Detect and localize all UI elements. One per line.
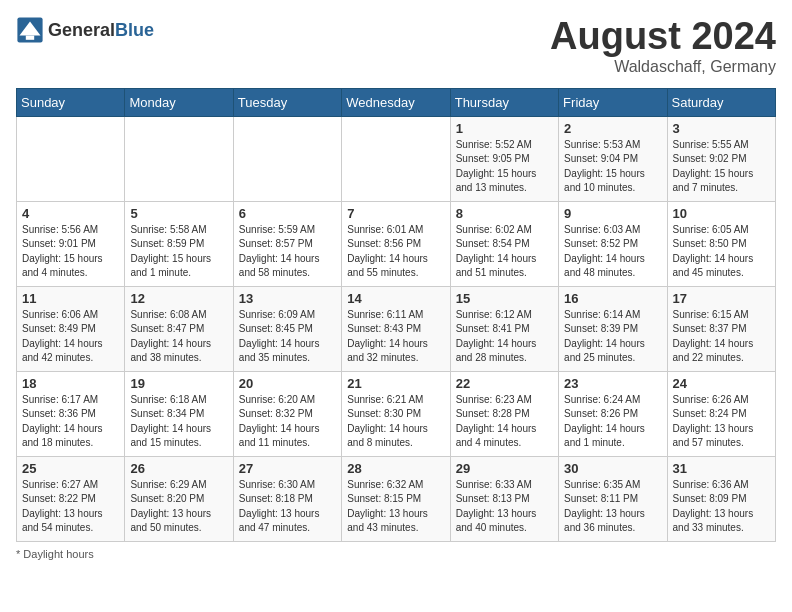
- day-number: 3: [673, 121, 770, 136]
- calendar-cell: 23Sunrise: 6:24 AM Sunset: 8:26 PM Dayli…: [559, 371, 667, 456]
- day-info: Sunrise: 5:53 AM Sunset: 9:04 PM Dayligh…: [564, 138, 661, 196]
- day-number: 9: [564, 206, 661, 221]
- day-info: Sunrise: 6:30 AM Sunset: 8:18 PM Dayligh…: [239, 478, 336, 536]
- calendar-cell: 2Sunrise: 5:53 AM Sunset: 9:04 PM Daylig…: [559, 116, 667, 201]
- day-number: 30: [564, 461, 661, 476]
- col-header-tuesday: Tuesday: [233, 88, 341, 116]
- day-info: Sunrise: 6:27 AM Sunset: 8:22 PM Dayligh…: [22, 478, 119, 536]
- day-number: 24: [673, 376, 770, 391]
- day-info: Sunrise: 6:12 AM Sunset: 8:41 PM Dayligh…: [456, 308, 553, 366]
- day-info: Sunrise: 6:08 AM Sunset: 8:47 PM Dayligh…: [130, 308, 227, 366]
- calendar-cell: 26Sunrise: 6:29 AM Sunset: 8:20 PM Dayli…: [125, 456, 233, 541]
- day-number: 25: [22, 461, 119, 476]
- month-title: August 2024: [550, 16, 776, 58]
- day-info: Sunrise: 6:35 AM Sunset: 8:11 PM Dayligh…: [564, 478, 661, 536]
- day-number: 11: [22, 291, 119, 306]
- day-number: 18: [22, 376, 119, 391]
- col-header-sunday: Sunday: [17, 88, 125, 116]
- calendar-cell: 6Sunrise: 5:59 AM Sunset: 8:57 PM Daylig…: [233, 201, 341, 286]
- day-info: Sunrise: 6:36 AM Sunset: 8:09 PM Dayligh…: [673, 478, 770, 536]
- calendar-cell: 22Sunrise: 6:23 AM Sunset: 8:28 PM Dayli…: [450, 371, 558, 456]
- calendar-cell: 30Sunrise: 6:35 AM Sunset: 8:11 PM Dayli…: [559, 456, 667, 541]
- calendar-cell: 3Sunrise: 5:55 AM Sunset: 9:02 PM Daylig…: [667, 116, 775, 201]
- calendar-cell: 29Sunrise: 6:33 AM Sunset: 8:13 PM Dayli…: [450, 456, 558, 541]
- day-info: Sunrise: 6:29 AM Sunset: 8:20 PM Dayligh…: [130, 478, 227, 536]
- day-info: Sunrise: 6:26 AM Sunset: 8:24 PM Dayligh…: [673, 393, 770, 451]
- calendar-cell: 31Sunrise: 6:36 AM Sunset: 8:09 PM Dayli…: [667, 456, 775, 541]
- location-title: Waldaschaff, Germany: [550, 58, 776, 76]
- day-number: 31: [673, 461, 770, 476]
- header: GeneralBlue August 2024 Waldaschaff, Ger…: [16, 16, 776, 76]
- day-number: 8: [456, 206, 553, 221]
- day-info: Sunrise: 6:15 AM Sunset: 8:37 PM Dayligh…: [673, 308, 770, 366]
- day-number: 10: [673, 206, 770, 221]
- day-info: Sunrise: 6:17 AM Sunset: 8:36 PM Dayligh…: [22, 393, 119, 451]
- calendar-cell: 24Sunrise: 6:26 AM Sunset: 8:24 PM Dayli…: [667, 371, 775, 456]
- day-info: Sunrise: 6:18 AM Sunset: 8:34 PM Dayligh…: [130, 393, 227, 451]
- day-info: Sunrise: 6:09 AM Sunset: 8:45 PM Dayligh…: [239, 308, 336, 366]
- day-info: Sunrise: 6:23 AM Sunset: 8:28 PM Dayligh…: [456, 393, 553, 451]
- day-number: 19: [130, 376, 227, 391]
- logo: GeneralBlue: [16, 16, 154, 44]
- calendar-cell: 12Sunrise: 6:08 AM Sunset: 8:47 PM Dayli…: [125, 286, 233, 371]
- day-number: 26: [130, 461, 227, 476]
- day-number: 27: [239, 461, 336, 476]
- day-number: 21: [347, 376, 444, 391]
- day-number: 1: [456, 121, 553, 136]
- week-row-5: 25Sunrise: 6:27 AM Sunset: 8:22 PM Dayli…: [17, 456, 776, 541]
- calendar-cell: 8Sunrise: 6:02 AM Sunset: 8:54 PM Daylig…: [450, 201, 558, 286]
- day-number: 17: [673, 291, 770, 306]
- day-number: 5: [130, 206, 227, 221]
- logo-icon: [16, 16, 44, 44]
- day-info: Sunrise: 5:55 AM Sunset: 9:02 PM Dayligh…: [673, 138, 770, 196]
- day-info: Sunrise: 6:33 AM Sunset: 8:13 PM Dayligh…: [456, 478, 553, 536]
- logo-general-text: General: [48, 20, 115, 40]
- day-number: 29: [456, 461, 553, 476]
- calendar-cell: 19Sunrise: 6:18 AM Sunset: 8:34 PM Dayli…: [125, 371, 233, 456]
- calendar-cell: 14Sunrise: 6:11 AM Sunset: 8:43 PM Dayli…: [342, 286, 450, 371]
- day-info: Sunrise: 5:56 AM Sunset: 9:01 PM Dayligh…: [22, 223, 119, 281]
- day-info: Sunrise: 6:24 AM Sunset: 8:26 PM Dayligh…: [564, 393, 661, 451]
- week-row-2: 4Sunrise: 5:56 AM Sunset: 9:01 PM Daylig…: [17, 201, 776, 286]
- day-number: 2: [564, 121, 661, 136]
- day-header-row: SundayMondayTuesdayWednesdayThursdayFrid…: [17, 88, 776, 116]
- calendar-table: SundayMondayTuesdayWednesdayThursdayFrid…: [16, 88, 776, 542]
- svg-rect-2: [26, 36, 34, 40]
- calendar-cell: 27Sunrise: 6:30 AM Sunset: 8:18 PM Dayli…: [233, 456, 341, 541]
- day-info: Sunrise: 6:21 AM Sunset: 8:30 PM Dayligh…: [347, 393, 444, 451]
- calendar-cell: [17, 116, 125, 201]
- calendar-cell: 11Sunrise: 6:06 AM Sunset: 8:49 PM Dayli…: [17, 286, 125, 371]
- calendar-cell: 7Sunrise: 6:01 AM Sunset: 8:56 PM Daylig…: [342, 201, 450, 286]
- day-info: Sunrise: 6:14 AM Sunset: 8:39 PM Dayligh…: [564, 308, 661, 366]
- calendar-cell: 21Sunrise: 6:21 AM Sunset: 8:30 PM Dayli…: [342, 371, 450, 456]
- calendar-cell: 4Sunrise: 5:56 AM Sunset: 9:01 PM Daylig…: [17, 201, 125, 286]
- day-info: Sunrise: 6:06 AM Sunset: 8:49 PM Dayligh…: [22, 308, 119, 366]
- week-row-4: 18Sunrise: 6:17 AM Sunset: 8:36 PM Dayli…: [17, 371, 776, 456]
- calendar-cell: 5Sunrise: 5:58 AM Sunset: 8:59 PM Daylig…: [125, 201, 233, 286]
- calendar-cell: 28Sunrise: 6:32 AM Sunset: 8:15 PM Dayli…: [342, 456, 450, 541]
- day-number: 28: [347, 461, 444, 476]
- calendar-cell: 15Sunrise: 6:12 AM Sunset: 8:41 PM Dayli…: [450, 286, 558, 371]
- day-number: 13: [239, 291, 336, 306]
- calendar-cell: 18Sunrise: 6:17 AM Sunset: 8:36 PM Dayli…: [17, 371, 125, 456]
- day-info: Sunrise: 6:03 AM Sunset: 8:52 PM Dayligh…: [564, 223, 661, 281]
- footer-note-text: Daylight hours: [23, 548, 93, 560]
- col-header-friday: Friday: [559, 88, 667, 116]
- day-number: 6: [239, 206, 336, 221]
- day-number: 20: [239, 376, 336, 391]
- calendar-cell: 13Sunrise: 6:09 AM Sunset: 8:45 PM Dayli…: [233, 286, 341, 371]
- day-info: Sunrise: 6:20 AM Sunset: 8:32 PM Dayligh…: [239, 393, 336, 451]
- col-header-monday: Monday: [125, 88, 233, 116]
- day-info: Sunrise: 6:02 AM Sunset: 8:54 PM Dayligh…: [456, 223, 553, 281]
- day-number: 7: [347, 206, 444, 221]
- day-number: 23: [564, 376, 661, 391]
- day-number: 16: [564, 291, 661, 306]
- day-info: Sunrise: 6:05 AM Sunset: 8:50 PM Dayligh…: [673, 223, 770, 281]
- day-info: Sunrise: 5:58 AM Sunset: 8:59 PM Dayligh…: [130, 223, 227, 281]
- day-info: Sunrise: 6:32 AM Sunset: 8:15 PM Dayligh…: [347, 478, 444, 536]
- calendar-cell: 10Sunrise: 6:05 AM Sunset: 8:50 PM Dayli…: [667, 201, 775, 286]
- col-header-wednesday: Wednesday: [342, 88, 450, 116]
- footer-note: * Daylight hours: [16, 548, 776, 560]
- week-row-1: 1Sunrise: 5:52 AM Sunset: 9:05 PM Daylig…: [17, 116, 776, 201]
- col-header-thursday: Thursday: [450, 88, 558, 116]
